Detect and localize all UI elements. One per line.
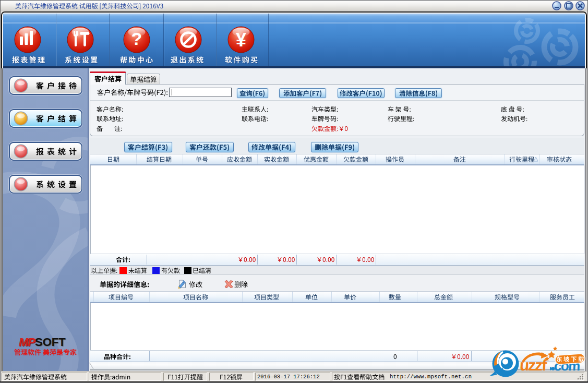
- svg-text:¥: ¥: [236, 29, 246, 51]
- svg-text:?: ?: [131, 29, 142, 49]
- svg-text:uzzf: uzzf: [519, 356, 548, 374]
